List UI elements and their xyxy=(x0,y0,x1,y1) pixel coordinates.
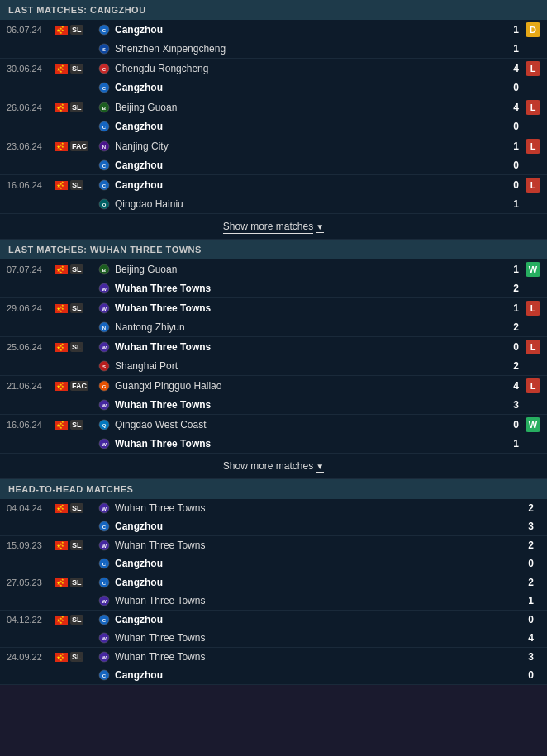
team-icon: C xyxy=(98,120,111,133)
team-icon: N xyxy=(98,140,111,153)
team-name: Cangzhou xyxy=(115,121,502,132)
match-group: 06.07.24 ★ ★ ★ ★ ★ SL C Cangzhou1D S She… xyxy=(0,20,547,240)
match-row[interactable]: 07.07.24 ★ ★ ★ ★ ★ SL B Beijing Guoan1W xyxy=(0,259,547,279)
match-group: 07.07.24 ★ ★ ★ ★ ★ SL B Beijing Guoan1W … xyxy=(0,259,547,479)
match-pair: 21.06.24 ★ ★ ★ ★ ★ FAC G Guangxi Pingguo… xyxy=(0,376,547,415)
team-name: Wuhan Three Towns xyxy=(115,341,502,353)
svg-text:C: C xyxy=(102,618,107,623)
team-name: Chengdu Rongcheng xyxy=(115,63,502,74)
svg-text:★: ★ xyxy=(59,308,63,312)
match-row[interactable]: 23.06.24 ★ ★ ★ ★ ★ FAC N Nanjing City1L xyxy=(0,136,547,156)
show-more-button[interactable]: Show more matches▼ xyxy=(0,214,547,240)
match-row[interactable]: C Cangzhou0 xyxy=(0,666,547,684)
match-date: 30.06.24 xyxy=(7,64,55,74)
match-row[interactable]: W Wuhan Three Towns3 xyxy=(0,396,547,414)
flag-league-area: ★ ★ ★ ★ ★ SL xyxy=(55,342,98,352)
result-badge: L xyxy=(526,340,540,354)
league-badge: SL xyxy=(70,420,83,430)
match-row[interactable]: 15.09.23 ★ ★ ★ ★ ★ SL W Wuhan Three Town… xyxy=(0,536,547,554)
team-score: 1 xyxy=(502,264,519,275)
flag-league-area: ★ ★ ★ ★ ★ FAC xyxy=(55,381,98,391)
match-pair: 30.06.24 ★ ★ ★ ★ ★ SL C Chengdu Rongchen… xyxy=(0,59,547,97)
svg-text:B: B xyxy=(102,106,107,111)
team-score: 1 xyxy=(502,24,519,36)
match-row[interactable]: C Cangzhou0 xyxy=(0,554,547,573)
match-pair: 15.09.23 ★ ★ ★ ★ ★ SL W Wuhan Three Town… xyxy=(0,536,547,573)
match-row[interactable]: 25.06.24 ★ ★ ★ ★ ★ SL W Wuhan Three Town… xyxy=(0,337,547,357)
match-row[interactable]: 04.04.24 ★ ★ ★ ★ ★ SL W Wuhan Three Town… xyxy=(0,499,547,517)
match-date: 06.07.24 xyxy=(7,25,55,35)
team-score: 0 xyxy=(502,179,519,191)
team-icon: C xyxy=(98,62,111,75)
match-row[interactable]: C Cangzhou0 xyxy=(0,156,547,174)
svg-text:★: ★ xyxy=(59,425,63,429)
match-row[interactable]: 16.06.24 ★ ★ ★ ★ ★ SL C Cangzhou0L xyxy=(0,175,547,195)
svg-text:★: ★ xyxy=(59,386,63,390)
team-name: Beijing Guoan xyxy=(115,102,502,113)
team-name: Wuhan Three Towns xyxy=(115,399,502,411)
match-row[interactable]: 27.05.23 ★ ★ ★ ★ ★ SL C Cangzhou2 xyxy=(0,573,547,592)
league-badge: SL xyxy=(70,652,83,662)
svg-text:C: C xyxy=(102,525,107,530)
show-more-button[interactable]: Show more matches▼ xyxy=(0,454,547,479)
svg-text:Q: Q xyxy=(102,202,107,207)
match-row[interactable]: C Cangzhou0 xyxy=(0,117,547,136)
match-row[interactable]: S Shenzhen Xinpengcheng1 xyxy=(0,40,547,58)
svg-text:W: W xyxy=(102,345,107,350)
svg-text:★: ★ xyxy=(59,508,63,512)
team-name: Beijing Guoan xyxy=(115,264,502,275)
league-badge: SL xyxy=(70,503,83,513)
match-row[interactable]: W Wuhan Three Towns2 xyxy=(0,279,547,297)
team-name: Cangzhou xyxy=(115,577,517,588)
match-row[interactable]: N Nantong Zhiyun2 xyxy=(0,318,547,336)
league-badge: SL xyxy=(70,342,83,352)
flag-league-area: ★ ★ ★ ★ ★ SL xyxy=(55,102,98,112)
match-row[interactable]: 16.06.24 ★ ★ ★ ★ ★ SL Q Qingdao West Coa… xyxy=(0,415,547,435)
match-row[interactable]: 24.09.22 ★ ★ ★ ★ ★ SL W Wuhan Three Town… xyxy=(0,648,547,666)
team-icon: C xyxy=(98,557,111,570)
match-row[interactable]: 06.07.24 ★ ★ ★ ★ ★ SL C Cangzhou1D xyxy=(0,20,547,40)
svg-text:N: N xyxy=(102,326,106,330)
team-icon: C xyxy=(98,613,111,626)
match-row[interactable]: 21.06.24 ★ ★ ★ ★ ★ FAC G Guangxi Pingguo… xyxy=(0,376,547,396)
team-icon: W xyxy=(98,437,111,450)
team-name: Cangzhou xyxy=(115,82,502,93)
match-row[interactable]: Q Qingdao Hainiu1 xyxy=(0,195,547,213)
team-score: 0 xyxy=(502,121,519,132)
team-score: 0 xyxy=(502,341,519,353)
match-row[interactable]: 29.06.24 ★ ★ ★ ★ ★ SL W Wuhan Three Town… xyxy=(0,298,547,318)
team-score: 2 xyxy=(517,502,534,514)
team-icon: C xyxy=(98,81,111,94)
match-row[interactable]: W Wuhan Three Towns1 xyxy=(0,592,547,610)
team-name: Cangzhou xyxy=(115,24,502,36)
svg-text:★: ★ xyxy=(59,545,63,549)
team-icon: W xyxy=(98,539,111,552)
svg-text:★: ★ xyxy=(59,69,63,73)
svg-text:W: W xyxy=(102,655,107,660)
league-badge: SL xyxy=(70,180,83,190)
team-icon: W xyxy=(98,650,111,663)
match-date: 16.06.24 xyxy=(7,420,55,430)
match-date: 04.12.22 xyxy=(7,615,55,625)
team-name: Nantong Zhiyun xyxy=(115,321,502,333)
team-name: Qingdao West Coast xyxy=(115,419,502,430)
team-name: Wuhan Three Towns xyxy=(115,632,517,644)
match-row[interactable]: C Cangzhou0 xyxy=(0,78,547,97)
match-pair: 16.06.24 ★ ★ ★ ★ ★ SL Q Qingdao West Coa… xyxy=(0,415,547,454)
match-row[interactable]: 30.06.24 ★ ★ ★ ★ ★ SL C Chengdu Rongchen… xyxy=(0,59,547,78)
flag-league-area: ★ ★ ★ ★ ★ FAC xyxy=(55,141,98,151)
match-row[interactable]: S Shanghai Port2 xyxy=(0,357,547,375)
league-badge: SL xyxy=(70,540,83,550)
svg-text:W: W xyxy=(102,544,107,549)
match-row[interactable]: C Cangzhou3 xyxy=(0,517,547,535)
result-badge: W xyxy=(526,262,540,277)
match-date: 29.06.24 xyxy=(7,303,55,313)
match-row[interactable]: W Wuhan Three Towns4 xyxy=(0,629,547,647)
match-row[interactable]: 26.06.24 ★ ★ ★ ★ ★ SL B Beijing Guoan4L xyxy=(0,97,547,117)
team-name: Wuhan Three Towns xyxy=(115,595,517,606)
match-row[interactable]: W Wuhan Three Towns1 xyxy=(0,435,547,453)
match-pair: 07.07.24 ★ ★ ★ ★ ★ SL B Beijing Guoan1W … xyxy=(0,259,547,298)
match-row[interactable]: 04.12.22 ★ ★ ★ ★ ★ SL C Cangzhou0 xyxy=(0,611,547,629)
team-icon: C xyxy=(98,178,111,192)
svg-text:★: ★ xyxy=(59,146,63,150)
